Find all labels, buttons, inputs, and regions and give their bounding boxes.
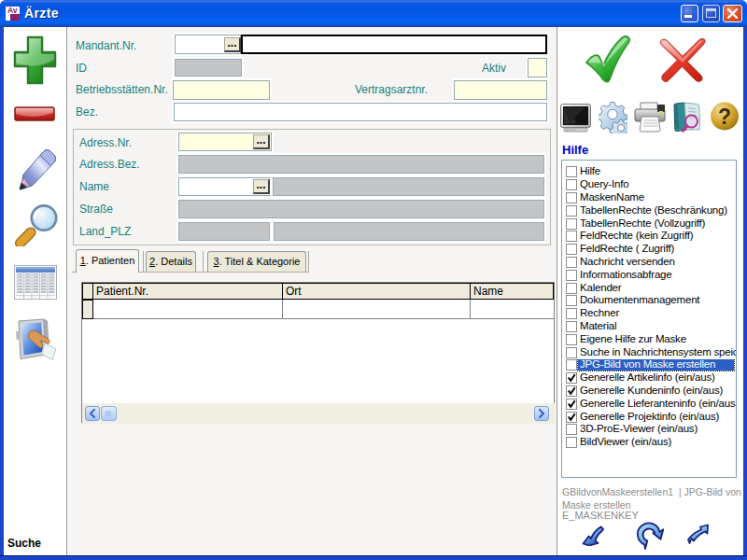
svg-text:?: ? <box>718 105 731 129</box>
